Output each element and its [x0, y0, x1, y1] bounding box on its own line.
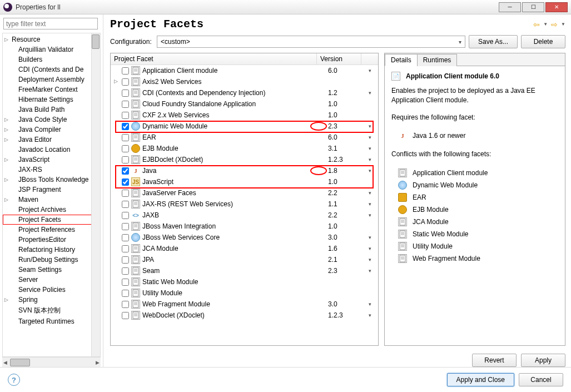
sidebar-item[interactable]: SVN 版本控制 [3, 305, 100, 316]
sidebar-item[interactable]: Seam Settings [3, 265, 100, 275]
close-button[interactable]: ✕ [545, 2, 568, 12]
facet-row[interactable]: Static Web Module [111, 276, 378, 287]
sidebar-item[interactable]: Resource [3, 34, 100, 44]
filter-input[interactable] [3, 18, 98, 29]
tree-hscrollbar[interactable]: ◀ ▶ [2, 357, 101, 367]
version-dropdown[interactable]: ▾ [361, 212, 378, 218]
facet-row[interactable]: CXF 2.x Web Services1.0 [111, 110, 378, 121]
facet-checkbox[interactable] [122, 234, 129, 241]
version-dropdown[interactable]: ▾ [361, 146, 378, 151]
delete-button[interactable]: Delete [521, 35, 565, 48]
facet-row[interactable]: JBoss Maven Integration1.0 [111, 221, 378, 232]
version-dropdown[interactable]: ▾ [361, 235, 378, 240]
facet-checkbox[interactable] [122, 223, 129, 230]
sidebar-item[interactable]: JavaScript [3, 155, 100, 165]
version-dropdown[interactable]: ▾ [361, 201, 378, 207]
facet-checkbox[interactable] [122, 67, 129, 75]
sidebar-item[interactable]: Server [3, 275, 100, 285]
sidebar-item[interactable]: Spring [3, 295, 100, 305]
sidebar-item[interactable]: Project References [3, 225, 100, 235]
sidebar-item[interactable]: Project Facets [3, 215, 100, 225]
facet-checkbox[interactable] [122, 134, 129, 141]
maximize-button[interactable]: ☐ [522, 2, 544, 12]
save-as-button[interactable]: Save As... [469, 35, 518, 48]
version-dropdown[interactable]: ▾ [361, 157, 378, 162]
facet-row[interactable]: EJB Module3.1▾ [111, 143, 378, 154]
sidebar-item[interactable]: Java Build Path [3, 105, 100, 115]
facet-checkbox[interactable] [122, 112, 129, 119]
sidebar-item[interactable]: Hibernate Settings [3, 95, 100, 105]
sidebar-item[interactable]: Refactoring History [3, 245, 100, 255]
facet-row[interactable]: JavaServer Faces2.2▾ [111, 187, 378, 199]
facet-checkbox[interactable] [122, 123, 129, 130]
sidebar-item[interactable]: Service Policies [3, 285, 100, 295]
version-dropdown[interactable]: ▾ [361, 90, 378, 96]
facet-checkbox[interactable] [122, 156, 129, 163]
facet-checkbox[interactable] [122, 201, 129, 208]
sidebar-item[interactable]: JAX-RS [3, 165, 100, 175]
version-dropdown[interactable]: ▾ [361, 257, 378, 262]
sidebar-item[interactable]: CDI (Contexts and De [3, 64, 100, 75]
facet-row[interactable]: JJava1.8▾ [111, 165, 378, 176]
configuration-select[interactable]: <custom> [157, 36, 465, 48]
facet-row[interactable]: EJBDoclet (XDoclet)1.2.3▾ [111, 154, 378, 165]
version-dropdown[interactable]: ▾ [361, 135, 378, 140]
apply-and-close-button[interactable]: Apply and Close [447, 373, 514, 386]
facet-row[interactable]: ▷Axis2 Web Services [111, 76, 378, 87]
facet-checkbox[interactable] [122, 212, 129, 219]
version-dropdown[interactable]: ▾ [361, 190, 378, 196]
nav-back-button[interactable]: ⇦ [532, 20, 542, 29]
facet-checkbox[interactable] [122, 301, 129, 308]
sidebar-item[interactable]: JBoss Tools Knowledge [3, 175, 100, 185]
facet-row[interactable]: JCA Module1.6▾ [111, 243, 378, 254]
facet-checkbox[interactable] [122, 245, 129, 252]
apply-button[interactable]: Apply [521, 354, 565, 367]
sidebar-item[interactable]: Arquillian Validator [3, 44, 100, 54]
help-icon[interactable]: ? [8, 374, 20, 386]
expand-icon[interactable]: ▷ [114, 78, 120, 84]
nav-forward-dropdown[interactable]: ▼ [561, 22, 565, 27]
sidebar-item[interactable]: Maven [3, 195, 100, 205]
facet-row[interactable]: Seam2.3▾ [111, 265, 378, 276]
sidebar-item[interactable]: Run/Debug Settings [3, 255, 100, 265]
nav-tree[interactable]: ResourceArquillian ValidatorBuildersCDI … [2, 33, 101, 357]
facet-checkbox[interactable] [122, 78, 129, 86]
facet-row[interactable]: Dynamic Web Module2.3▾ [111, 121, 378, 132]
facet-checkbox[interactable] [122, 190, 129, 197]
facet-checkbox[interactable] [122, 167, 129, 175]
version-dropdown[interactable]: ▾ [361, 246, 378, 251]
version-dropdown[interactable]: ▾ [361, 268, 378, 274]
sidebar-item[interactable]: FreeMarker Context [3, 85, 100, 95]
tree-scrollbar-thumb[interactable] [92, 34, 100, 49]
sidebar-item[interactable]: JSP Fragment [3, 185, 100, 195]
facet-body[interactable]: Application Client module6.0▾▷Axis2 Web … [111, 65, 378, 345]
facet-checkbox[interactable] [122, 256, 129, 264]
facet-checkbox[interactable] [122, 90, 129, 97]
tree-hscroll-thumb[interactable] [10, 359, 30, 366]
facet-row[interactable]: WebDoclet (XDoclet)1.2.3▾ [111, 310, 378, 321]
version-dropdown[interactable]: ▾ [361, 301, 378, 307]
nav-forward-button[interactable]: ⇨ [549, 20, 559, 29]
facet-checkbox[interactable] [122, 267, 129, 275]
sidebar-item[interactable]: Javadoc Location [3, 145, 100, 155]
minimize-button[interactable]: ─ [499, 2, 521, 12]
facet-row[interactable]: Cloud Foundry Standalone Application1.0 [111, 98, 378, 110]
tree-scrollbar[interactable] [91, 33, 100, 356]
facet-checkbox[interactable] [122, 145, 129, 152]
sidebar-item[interactable]: Java Code Style [3, 115, 100, 125]
facet-checkbox[interactable] [122, 178, 129, 186]
nav-back-dropdown[interactable]: ▼ [543, 22, 548, 27]
tab-runtimes[interactable]: Runtimes [417, 54, 458, 66]
tab-details[interactable]: Details [385, 54, 418, 66]
facet-row[interactable]: Web Fragment Module3.0▾ [111, 299, 378, 310]
version-dropdown[interactable]: ▾ [361, 123, 378, 129]
cancel-button[interactable]: Cancel [519, 373, 563, 386]
facet-row[interactable]: <>JAXB2.2▾ [111, 210, 378, 221]
sidebar-item[interactable]: Deployment Assembly [3, 75, 100, 85]
facet-row[interactable]: Application Client module6.0▾ [111, 65, 378, 76]
facet-row[interactable]: JAX-RS (REST Web Services)1.1▾ [111, 199, 378, 210]
sidebar-item[interactable]: Targeted Runtimes [3, 316, 100, 326]
sidebar-item[interactable]: PropertiesEditor [3, 235, 100, 245]
revert-button[interactable]: Revert [472, 354, 517, 367]
facet-checkbox[interactable] [122, 101, 129, 108]
